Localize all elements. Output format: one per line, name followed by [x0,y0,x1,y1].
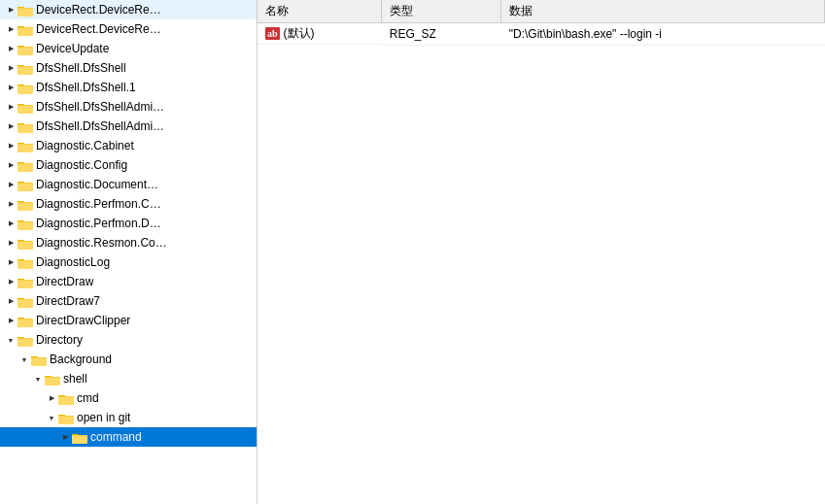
tree-item-directdrawclipper[interactable]: ▶ DirectDrawClipper [0,311,257,330]
tree-item-label: Diagnostic.Perfmon.D… [36,217,161,230]
folder-icon [17,333,33,347]
tree-item-shell[interactable]: ▼ shell [0,369,257,388]
folder-icon [72,430,87,444]
registry-tree[interactable]: ▶ DeviceRect.DeviceRe…▶ DeviceRect.Devic… [0,0,258,504]
tree-item-label: open in git [77,411,130,424]
tree-item-label: Diagnostic.Cabinet [36,139,134,152]
tree-item-label: DfsShell.DfsShell [36,61,126,75]
col-name: 名称 [258,0,382,23]
tree-item-dfsshell3[interactable]: ▶ DfsShell.DfsShellAdmi… [0,117,257,136]
expand-arrow[interactable]: ▶ [4,239,17,247]
expand-arrow[interactable]: ▶ [4,142,17,150]
value-data: "D:\Git\bin\bash.exe" --login -i [501,23,825,46]
tree-item-deviceupdate[interactable]: ▶ DeviceUpdate [0,39,257,58]
reg-value-icon: ab [265,27,280,40]
table-row[interactable]: ab(默认)REG_SZ"D:\Git\bin\bash.exe" --logi… [258,23,825,46]
tree-item-label: Diagnostic.Resmon.Co… [36,236,167,250]
folder-icon [17,197,33,211]
tree-item-diagcabinet[interactable]: ▶ Diagnostic.Cabinet [0,136,257,155]
folder-icon [45,372,60,386]
tree-item-directdraw[interactable]: ▶ DirectDraw [0,272,257,291]
folder-icon [31,353,47,366]
tree-item-directdraw7[interactable]: ▶ DirectDraw7 [0,291,257,311]
tree-item-diagconfig[interactable]: ▶ Diagnostic.Config [0,155,257,175]
tree-item-label: DirectDraw [36,275,93,288]
expand-arrow[interactable]: ▶ [4,219,17,227]
folder-icon [17,294,33,308]
expand-arrow[interactable]: ▶ [4,161,17,169]
tree-item-label: Diagnostic.Document… [36,178,158,191]
tree-item-label: DeviceRect.DeviceRe… [36,22,161,36]
tree-item-diaglog[interactable]: ▶ DiagnosticLog [0,252,257,272]
expand-arrow[interactable]: ▶ [4,64,17,72]
expand-arrow[interactable]: ▶ [4,200,17,208]
tree-item-dfsshell[interactable]: ▶ DfsShell.DfsShell [0,58,257,78]
tree-item-background[interactable]: ▼ Background [0,350,257,369]
folder-icon [17,119,33,133]
folder-icon [17,158,33,172]
tree-item-label: DirectDraw7 [36,294,100,308]
tree-item-label: command [90,430,142,444]
tree-item-directory[interactable]: ▼ Directory [0,330,257,350]
folder-icon [17,100,33,114]
folder-icon [17,178,33,191]
value-name: (默认) [284,25,315,42]
folder-icon [17,255,33,269]
tree-item-label: Diagnostic.Perfmon.C… [36,197,161,211]
tree-item-cmd[interactable]: ▶ cmd [0,388,257,408]
tree-item-devicerect2[interactable]: ▶ DeviceRect.DeviceRe… [0,19,257,39]
expand-arrow[interactable]: ▶ [4,297,17,305]
expand-arrow[interactable]: ▶ [4,45,17,52]
tree-item-dfsshell2[interactable]: ▶ DfsShell.DfsShellAdmi… [0,97,257,117]
folder-icon [17,22,33,36]
tree-item-dfsshell1[interactable]: ▶ DfsShell.DfsShell.1 [0,78,257,97]
expand-arrow[interactable]: ▶ [4,258,17,266]
registry-values-panel: 名称 类型 数据 ab(默认)REG_SZ"D:\Git\bin\bash.ex… [258,0,825,504]
tree-item-command[interactable]: ▶ command [0,427,257,447]
tree-item-label: DirectDrawClipper [36,314,130,327]
tree-item-label: DeviceRect.DeviceRe… [36,3,161,17]
expand-arrow[interactable]: ▶ [4,6,17,14]
tree-item-diagdocument[interactable]: ▶ Diagnostic.Document… [0,175,257,194]
tree-item-label: DfsShell.DfsShell.1 [36,81,136,94]
tree-item-label: DfsShell.DfsShellAdmi… [36,119,164,133]
expand-arrow[interactable]: ▶ [4,278,17,286]
expand-arrow[interactable]: ▼ [17,356,31,363]
expand-arrow[interactable]: ▶ [4,84,17,91]
folder-icon [17,61,33,75]
tree-item-openingit[interactable]: ▼ open in git [0,408,257,427]
expand-arrow[interactable]: ▶ [4,25,17,33]
expand-arrow[interactable]: ▼ [31,376,45,383]
folder-icon [17,217,33,230]
tree-item-diagperfmon1[interactable]: ▶ Diagnostic.Perfmon.C… [0,194,257,214]
values-table: 名称 类型 数据 ab(默认)REG_SZ"D:\Git\bin\bash.ex… [258,0,825,46]
expand-arrow[interactable]: ▼ [4,337,17,344]
expand-arrow[interactable]: ▶ [4,181,17,188]
value-type: REG_SZ [382,23,501,46]
expand-arrow[interactable]: ▶ [58,433,72,441]
tree-item-diagresmon[interactable]: ▶ Diagnostic.Resmon.Co… [0,233,257,252]
col-data: 数据 [501,0,825,23]
expand-arrow[interactable]: ▶ [4,103,17,111]
folder-icon [17,81,33,94]
tree-item-label: Diagnostic.Config [36,158,127,172]
expand-arrow[interactable]: ▼ [45,415,58,421]
tree-item-label: shell [63,372,87,386]
tree-item-label: DeviceUpdate [36,42,109,55]
tree-item-label: DfsShell.DfsShellAdmi… [36,100,164,114]
tree-item-label: DiagnosticLog [36,255,110,269]
tree-item-label: Background [50,353,112,366]
expand-arrow[interactable]: ▶ [4,122,17,130]
folder-icon [17,236,33,250]
folder-icon [17,275,33,288]
folder-icon [58,411,74,424]
folder-icon [17,3,33,17]
tree-item-label: Directory [36,333,83,347]
expand-arrow[interactable]: ▶ [45,394,58,402]
folder-icon [17,314,33,327]
value-name-cell: ab(默认) [258,23,382,45]
tree-item-devicerect1[interactable]: ▶ DeviceRect.DeviceRe… [0,0,257,19]
tree-item-diagperfmon2[interactable]: ▶ Diagnostic.Perfmon.D… [0,214,257,233]
expand-arrow[interactable]: ▶ [4,317,17,324]
tree-item-label: cmd [77,391,99,405]
